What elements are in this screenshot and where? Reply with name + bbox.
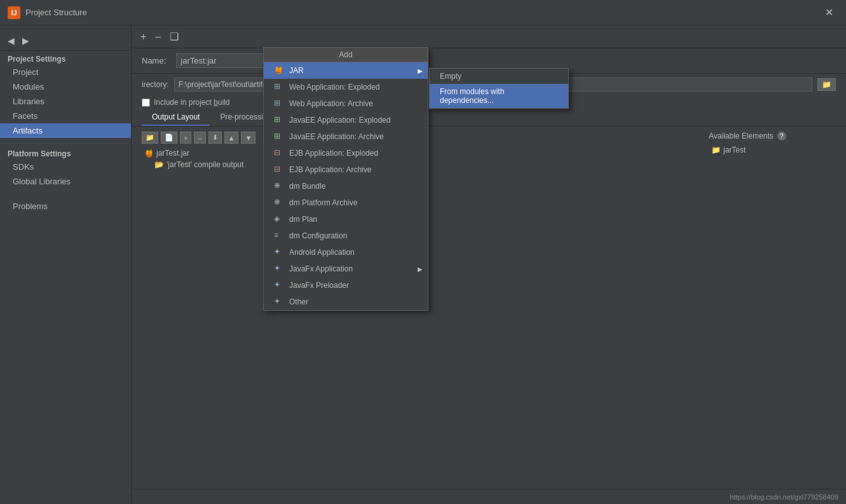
dm-config-icon: ≡ [274, 231, 284, 241]
menu-item-web-exploded[interactable]: ⊞ Web Application: Exploded [264, 79, 428, 95]
menu-item-javafx-preloader[interactable]: ✦ JavaFx Preloader [264, 277, 428, 294]
sidebar-item-artifacts[interactable]: Artifacts [0, 123, 131, 138]
name-label: Name: [142, 56, 166, 65]
menu-item-javaee-archive-label: JavaEE Application: Archive [289, 132, 384, 141]
menu-item-javaee-exploded-label: JavaEE Application: Exploded [289, 116, 390, 125]
menu-item-other-label: Other [289, 297, 308, 306]
menu-item-javafx[interactable]: ✦ JavaFx Application ▶ [264, 261, 428, 277]
tree-remove-btn[interactable]: – [194, 132, 205, 144]
other-icon: ✦ [274, 297, 284, 307]
menu-item-ejb-exploded[interactable]: ⊟ EJB Application: Exploded [264, 145, 428, 161]
menu-item-web-exploded-label: Web Application: Exploded [289, 83, 380, 92]
browse-button[interactable]: 📁 [817, 78, 836, 91]
android-icon: ✦ [274, 247, 284, 257]
jar-submenu-from-modules[interactable]: From modules with dependencies... [430, 84, 568, 108]
tree-up-btn[interactable]: ▲ [224, 132, 239, 144]
tree-folder-btn[interactable]: 📁 [142, 132, 158, 144]
dm-bundle-icon: ❋ [274, 181, 284, 191]
tree-item-compile-label: 'jarTest' compile output [167, 160, 243, 169]
tree-add-btn[interactable]: + [180, 132, 191, 144]
copy-button[interactable]: ❏ [167, 29, 181, 44]
web-archive-icon: ⊞ [274, 99, 284, 109]
menu-item-javaee-exploded[interactable]: ⊞ JavaEE Application: Exploded [264, 112, 428, 128]
jar-submenu-arrow: ▶ [418, 67, 423, 74]
sidebar-item-problems[interactable]: Problems [0, 199, 131, 214]
close-button[interactable]: ✕ [820, 4, 838, 21]
jar-submenu-empty[interactable]: Empty [430, 69, 568, 84]
menu-item-ejb-archive-label: EJB Application: Archive [289, 165, 371, 174]
tree-down-btn[interactable]: ▼ [241, 132, 256, 144]
dm-plan-icon: ◈ [274, 214, 284, 224]
help-icon[interactable]: ? [777, 132, 786, 140]
menu-item-dm-bundle-label: dm Bundle [289, 182, 325, 191]
include-label[interactable]: Include in project build [154, 98, 229, 107]
javafx-icon: ✦ [274, 264, 284, 274]
menu-item-javafx-preloader-label: JavaFx Preloader [289, 281, 349, 290]
jar-menu-icon: 🍯 [274, 65, 284, 76]
sidebar: ◀ ▶ Project Settings Project Modules Lib… [0, 25, 132, 504]
menu-item-jar-label: JAR [289, 66, 304, 75]
add-context-menu: Add 🍯 JAR ▶ ⊞ Web Application: Exploded … [263, 47, 428, 311]
sidebar-item-facets[interactable]: Facets [0, 109, 131, 123]
status-bar-text: https://blog.csdn.net/gxl779258409 [730, 493, 838, 501]
menu-item-dm-plan[interactable]: ◈ dm Plan [264, 211, 428, 228]
include-checkbox[interactable] [142, 99, 150, 107]
tab-output-layout[interactable]: Output Layout [142, 109, 210, 126]
add-button[interactable]: + [138, 30, 149, 44]
menu-item-dm-platform[interactable]: ❋ dm Platform Archive [264, 194, 428, 211]
available-item-jartest: 📁 jarTest [709, 144, 836, 156]
add-menu-header: Add [264, 48, 428, 62]
title-bar: IJ Project Structure ✕ [0, 0, 846, 25]
menu-item-ejb-exploded-label: EJB Application: Exploded [289, 149, 378, 158]
sidebar-item-global-libraries[interactable]: Global Libraries [0, 174, 131, 189]
menu-item-dm-bundle[interactable]: ❋ dm Bundle [264, 178, 428, 194]
output-dir-label: irectory: [142, 80, 169, 89]
available-panel: Available Elements ? 📁 jarTest [709, 132, 836, 499]
remove-button[interactable]: – [153, 30, 163, 44]
ejb-exploded-icon: ⊟ [274, 148, 284, 158]
menu-item-web-archive-label: Web Application: Archive [289, 99, 373, 108]
menu-item-web-archive[interactable]: ⊞ Web Application: Archive [264, 95, 428, 112]
sidebar-item-modules[interactable]: Modules [0, 79, 131, 94]
tree-item-jar-label: jarTest.jar [156, 149, 189, 158]
forward-button[interactable]: ▶ [20, 34, 32, 47]
available-folder-icon: 📁 [711, 146, 721, 154]
output-layout-area: 📁 📄 + – ⬇ ▲ ▼ 🍯 jarTest.jar 📂 [132, 126, 846, 504]
ejb-archive-icon: ⊟ [274, 165, 284, 175]
menu-item-dm-config[interactable]: ≡ dm Configuration [264, 228, 428, 244]
menu-item-android[interactable]: ✦ Android Application [264, 244, 428, 261]
web-exploded-icon: ⊞ [274, 82, 284, 92]
menu-item-dm-platform-label: dm Platform Archive [289, 198, 357, 207]
menu-item-javafx-label: JavaFx Application [289, 264, 353, 273]
sidebar-item-sdks[interactable]: SDKs [0, 160, 131, 174]
javaee-archive-icon: ⊞ [274, 132, 284, 142]
dm-platform-icon: ❋ [274, 198, 284, 208]
javafx-submenu-arrow: ▶ [418, 266, 423, 273]
status-bar: https://blog.csdn.net/gxl779258409 [132, 489, 846, 504]
nav-bar: ◀ ▶ [0, 31, 131, 51]
content-area: + – ❏ Name: Type: 🍯 JAR ▾ irectory: 📁 [132, 25, 846, 504]
platform-settings-heading: Platform Settings [0, 146, 131, 160]
tree-sort-btn[interactable]: ⬇ [208, 132, 222, 144]
folder-icon: 📂 [154, 160, 164, 169]
app-icon: IJ [8, 6, 20, 19]
jar-submenu: Empty From modules with dependencies... [429, 68, 569, 109]
available-item-label: jarTest [723, 146, 746, 154]
window-title: Project Structure [25, 8, 820, 17]
tree-file-btn[interactable]: 📄 [161, 132, 177, 144]
menu-item-jar[interactable]: 🍯 JAR ▶ [264, 62, 428, 79]
menu-item-dm-plan-label: dm Plan [289, 215, 317, 224]
menu-item-dm-config-label: dm Configuration [289, 231, 347, 240]
project-settings-heading: Project Settings [0, 51, 131, 65]
menu-item-android-label: Android Application [289, 248, 355, 257]
main-toolbar: + – ❏ [132, 25, 846, 48]
menu-item-ejb-archive[interactable]: ⊟ EJB Application: Archive [264, 161, 428, 178]
available-elements-label: Available Elements [709, 132, 774, 140]
sidebar-item-project[interactable]: Project [0, 65, 131, 79]
back-button[interactable]: ◀ [5, 34, 17, 47]
jar-file-icon: 🍯 [144, 149, 154, 158]
menu-item-javaee-archive[interactable]: ⊞ JavaEE Application: Archive [264, 128, 428, 145]
sidebar-item-libraries[interactable]: Libraries [0, 94, 131, 109]
menu-item-other[interactable]: ✦ Other [264, 294, 428, 310]
tabs-row: Output Layout Pre-processing Post-proces… [132, 109, 846, 126]
